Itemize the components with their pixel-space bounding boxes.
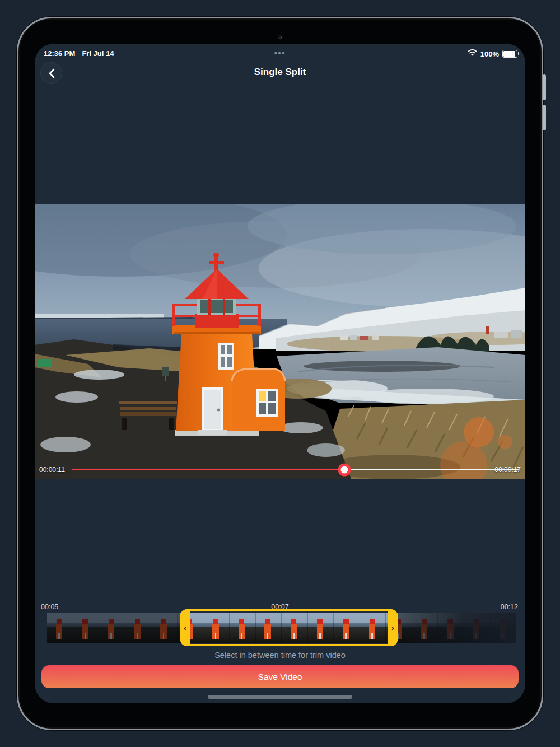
video-preview[interactable]: 00:00:11 00:00:17 xyxy=(35,204,525,479)
playhead-time-label: 00:00:11 xyxy=(39,466,65,474)
trim-handle-right[interactable]: › xyxy=(388,609,398,646)
trim-selection-box[interactable]: ‹ › xyxy=(180,609,398,646)
timeline-end-label: 00:12 xyxy=(501,603,518,611)
filmstrip-thumb xyxy=(438,613,464,643)
thumb-lighthouse-icon xyxy=(421,624,427,639)
seek-bar-progress xyxy=(72,469,344,470)
filmstrip-thumb xyxy=(464,613,491,643)
volume-up-button[interactable] xyxy=(543,74,546,100)
thumb-lighthouse-icon xyxy=(108,624,114,639)
wifi-icon xyxy=(468,49,477,58)
filmstrip-thumb xyxy=(99,613,125,643)
front-camera xyxy=(278,35,282,39)
filmstrip-thumb xyxy=(47,613,73,643)
filmstrip-thumb xyxy=(125,613,152,643)
trim-handle-left[interactable]: ‹ xyxy=(180,609,190,646)
thumb-lighthouse-icon xyxy=(82,624,88,639)
thumb-lighthouse-icon xyxy=(447,624,453,639)
volume-down-button[interactable] xyxy=(543,105,546,130)
thumb-lighthouse-icon xyxy=(56,624,62,639)
trim-hint-text: Select in between time for trim video xyxy=(35,651,525,660)
seek-bar[interactable] xyxy=(72,469,519,470)
ipad-device-frame: 12:36 PM Fri Jul 14 ••• 100% xyxy=(17,17,543,730)
thumb-lighthouse-icon xyxy=(134,624,141,639)
seek-bar-thumb[interactable] xyxy=(338,463,351,476)
home-indicator[interactable] xyxy=(208,695,352,699)
battery-percent-label: 100% xyxy=(480,50,499,58)
filmstrip-thumb xyxy=(491,613,517,643)
app-screen: 12:36 PM Fri Jul 14 ••• 100% xyxy=(35,44,525,703)
status-bar: 12:36 PM Fri Jul 14 ••• 100% xyxy=(35,48,525,60)
thumb-lighthouse-icon xyxy=(473,624,479,639)
thumb-lighthouse-icon xyxy=(500,624,506,639)
battery-icon xyxy=(502,50,517,58)
filmstrip-timeline[interactable]: ‹ › xyxy=(47,613,516,643)
filmstrip-thumb xyxy=(412,613,438,643)
page-title: Single Split xyxy=(35,67,525,78)
multitask-dots-icon: ••• xyxy=(35,49,525,58)
lighthouse-scene xyxy=(35,204,525,479)
filmstrip-thumb xyxy=(151,613,178,643)
filmstrip-thumb xyxy=(73,613,100,643)
thumb-lighthouse-icon xyxy=(160,624,166,639)
save-video-button[interactable]: Save Video xyxy=(41,665,519,688)
